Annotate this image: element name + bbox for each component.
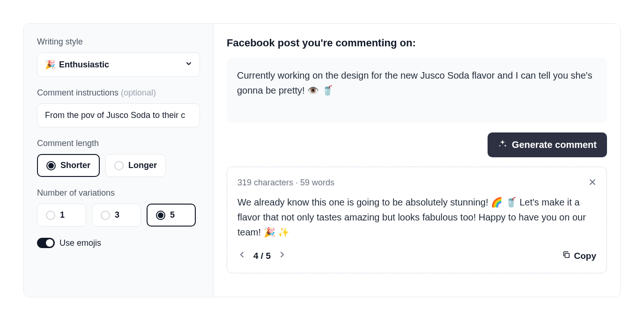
variations-1-option[interactable]: 1 bbox=[37, 204, 86, 227]
radio-icon bbox=[114, 161, 124, 170]
post-content-box[interactable]: Currently working on the design for the … bbox=[227, 58, 607, 123]
post-context-title: Facebook post you're commenting on: bbox=[227, 37, 607, 49]
instructions-label: Comment instructions (optional) bbox=[37, 88, 200, 98]
result-text: We already know this one is going to be … bbox=[237, 195, 596, 240]
result-pager: 4 / 5 bbox=[237, 249, 287, 263]
copy-button[interactable]: Copy bbox=[562, 250, 597, 261]
emoji-toggle-row: Use emojis bbox=[37, 238, 200, 248]
writing-style-select-wrap: 🎉 Enthusiastic bbox=[37, 52, 200, 77]
variations-radio-group: 1 3 5 bbox=[37, 204, 200, 227]
radio-icon bbox=[46, 211, 55, 220]
result-box: 319 characters · 59 words We already kno… bbox=[227, 167, 607, 273]
chevron-right-icon bbox=[279, 251, 285, 260]
length-longer-option[interactable]: Longer bbox=[105, 154, 166, 177]
copy-icon bbox=[562, 250, 570, 261]
pager-next-button[interactable] bbox=[277, 249, 287, 263]
svg-rect-0 bbox=[565, 253, 569, 257]
app-container: Writing style 🎉 Enthusiastic Comment ins… bbox=[23, 23, 621, 297]
length-radio-group: Shorter Longer bbox=[37, 154, 200, 177]
comment-length-label: Comment length bbox=[37, 139, 200, 148]
result-header: 319 characters · 59 words bbox=[237, 177, 596, 188]
optional-text: (optional) bbox=[121, 88, 156, 97]
output-panel: Facebook post you're commenting on: Curr… bbox=[214, 24, 620, 297]
generate-label: Generate comment bbox=[512, 139, 597, 150]
copy-label: Copy bbox=[574, 251, 597, 261]
character-count: 319 characters · 59 words bbox=[237, 178, 334, 188]
party-icon: 🎉 bbox=[45, 59, 55, 70]
emoji-toggle[interactable] bbox=[37, 238, 55, 248]
pager-prev-button[interactable] bbox=[237, 249, 247, 263]
writing-style-label: Writing style bbox=[37, 37, 200, 47]
result-footer: 4 / 5 Copy bbox=[237, 249, 596, 263]
settings-panel: Writing style 🎉 Enthusiastic Comment ins… bbox=[24, 24, 214, 297]
generate-comment-button[interactable]: Generate comment bbox=[488, 132, 607, 157]
radio-icon bbox=[46, 161, 56, 170]
radio-icon bbox=[156, 211, 165, 220]
generate-row: Generate comment bbox=[227, 132, 607, 157]
emoji-toggle-label: Use emojis bbox=[59, 238, 101, 248]
close-icon bbox=[589, 177, 596, 188]
radio-icon bbox=[101, 211, 110, 220]
pager-position: 4 / 5 bbox=[253, 251, 271, 261]
writing-style-value: Enthusiastic bbox=[59, 60, 109, 70]
variations-5-option[interactable]: 5 bbox=[147, 204, 196, 227]
writing-style-select[interactable]: 🎉 Enthusiastic bbox=[37, 52, 200, 77]
variations-3-option[interactable]: 3 bbox=[92, 204, 141, 227]
sparkle-icon bbox=[498, 139, 507, 151]
variations-label: Number of variations bbox=[37, 188, 200, 198]
length-shorter-option[interactable]: Shorter bbox=[37, 154, 100, 177]
chevron-left-icon bbox=[239, 251, 245, 260]
close-result-button[interactable] bbox=[589, 177, 596, 188]
instructions-input[interactable]: From the pov of Jusco Soda to their c bbox=[37, 103, 200, 127]
